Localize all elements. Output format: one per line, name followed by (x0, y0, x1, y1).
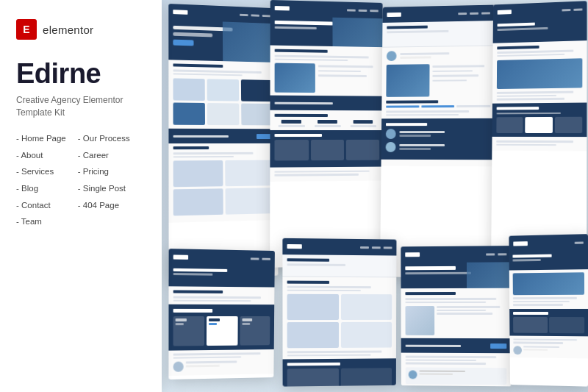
mock-logo-4 (498, 10, 512, 15)
mock-nav-1 (240, 13, 270, 17)
nav-col-right: Our Process Career Pricing Single Post 4… (78, 132, 130, 229)
elementor-icon-letter: E (23, 24, 29, 35)
product-title: Edirne (16, 59, 146, 90)
nav-item-services[interactable]: Services (16, 165, 66, 179)
mock-logo-8 (513, 241, 528, 246)
nav-item-contact[interactable]: Contact (16, 199, 66, 213)
preview-bottom-4[interactable] (509, 234, 588, 386)
mock-logo-1 (173, 10, 187, 15)
mock-nav-5 (251, 257, 270, 260)
preview-pricing-page[interactable] (380, 5, 495, 279)
nav-item-home[interactable]: Home Page (16, 132, 66, 146)
elementor-icon: E (16, 19, 37, 40)
nav-item-blog[interactable]: Blog (16, 182, 66, 196)
preview-team-page[interactable] (168, 4, 278, 280)
elementor-brand-name: elementor (43, 24, 93, 36)
mock-nav-8 (575, 241, 584, 243)
mock-nav-4 (562, 8, 582, 11)
mock-body-1 (168, 60, 277, 223)
mock-header-7 (401, 246, 511, 263)
nav-item-team[interactable]: Team (16, 215, 66, 229)
mock-logo-2 (275, 6, 290, 10)
nav-item-process[interactable]: Our Process (78, 132, 130, 146)
nav-item-single-post[interactable]: Single Post (78, 182, 130, 196)
mock-nav-3 (458, 12, 490, 15)
preview-bottom-2[interactable] (282, 238, 396, 387)
mock-hero-1 (168, 20, 275, 63)
mock-nav-6 (360, 246, 392, 249)
mock-header-8 (509, 234, 588, 252)
right-preview-panel (162, 0, 588, 392)
preview-about-page[interactable] (270, 0, 384, 268)
mock-header-6 (282, 238, 396, 256)
elementor-badge: E elementor (16, 15, 146, 44)
preview-bottom-3[interactable] (401, 246, 511, 386)
nav-item-pricing[interactable]: Pricing (78, 165, 130, 179)
nav-item-404[interactable]: 404 Page (78, 199, 130, 213)
preview-process-page[interactable] (491, 1, 587, 266)
left-panel: E elementor Edirne Creative Agency Eleme… (0, 0, 162, 392)
mock-logo-6 (287, 244, 301, 249)
nav-item-about[interactable]: About (16, 149, 66, 163)
mock-nav-2 (347, 9, 379, 12)
mock-logo-3 (387, 13, 401, 17)
mock-header-3 (383, 5, 495, 23)
previews-container (162, 0, 588, 392)
main-container: E elementor Edirne Creative Agency Eleme… (0, 0, 588, 392)
mock-logo-7 (405, 252, 420, 257)
mock-header-5 (169, 249, 275, 267)
mock-logo-5 (173, 254, 188, 259)
product-subtitle: Creative Agency Elementor Template Kit (16, 94, 146, 119)
nav-columns: Home Page About Services Blog Contact Te… (16, 132, 146, 229)
nav-item-career[interactable]: Career (78, 149, 130, 163)
mock-nav-7 (486, 253, 506, 255)
preview-bottom-1[interactable] (168, 249, 274, 379)
nav-col-left: Home Page About Services Blog Contact Te… (16, 132, 66, 229)
